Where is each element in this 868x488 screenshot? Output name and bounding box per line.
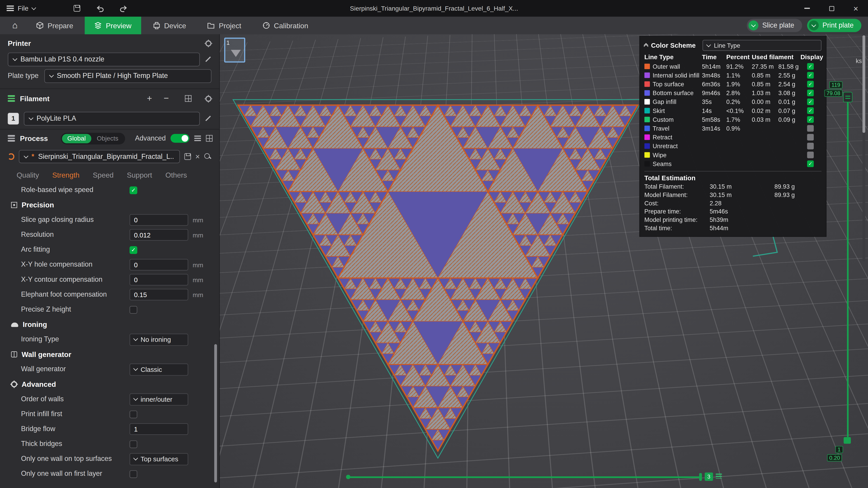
filament-slot-badge[interactable]: 1: [8, 112, 19, 124]
setting-checkbox[interactable]: ✓: [129, 246, 137, 254]
plate-thumbnail[interactable]: 1: [224, 38, 245, 63]
setting-dropdown[interactable]: Top surfaces: [129, 453, 188, 465]
setting-dropdown[interactable]: No ironing: [129, 333, 188, 346]
setting-input[interactable]: [129, 214, 188, 226]
maximize-button[interactable]: [819, 0, 844, 17]
total-row: Total Filament:30.15 m89.93 g: [645, 182, 822, 191]
display-checkbox[interactable]: ✓: [807, 116, 814, 123]
total-row: Total time:5h44m: [645, 223, 822, 232]
collapse-panel-icon[interactable]: [645, 45, 648, 47]
setting-checkbox[interactable]: [129, 470, 137, 478]
undo-icon: [96, 5, 105, 12]
setting-input[interactable]: [129, 274, 188, 285]
setting-input[interactable]: [129, 289, 188, 300]
setting-input[interactable]: [129, 423, 188, 435]
setting-input[interactable]: [129, 259, 188, 270]
minimize-button[interactable]: [795, 0, 819, 17]
filament-select[interactable]: PolyLite PLA: [24, 111, 200, 125]
move-step-list-icon[interactable]: [716, 474, 722, 479]
legend-weight: 0.07 g: [778, 107, 800, 114]
setting-dropdown[interactable]: inner/outer: [129, 393, 188, 405]
tab-support[interactable]: Support: [127, 171, 152, 179]
tab-calibration[interactable]: Calibration: [253, 17, 318, 34]
file-menu-button[interactable]: File: [0, 0, 41, 17]
setting-label: Print infill first: [21, 410, 129, 418]
redo-button[interactable]: [116, 0, 131, 17]
setting-row: Only one wall on first layer: [0, 466, 219, 481]
printer-settings-gear-icon[interactable]: [206, 40, 212, 46]
display-checkbox[interactable]: [807, 134, 814, 140]
setting-input[interactable]: [129, 229, 188, 240]
scope-global-button[interactable]: Global: [62, 133, 91, 143]
display-checkbox[interactable]: [807, 125, 814, 131]
compare-presets-icon[interactable]: [206, 135, 213, 142]
slice-dropdown-circle[interactable]: [748, 21, 758, 31]
display-checkbox[interactable]: ✓: [807, 72, 814, 78]
legend-row: Gap infill35s0.2%0.00 m0.01 g✓: [645, 97, 822, 106]
sidebar-scrollbar[interactable]: [214, 344, 217, 482]
remove-filament-button[interactable]: −: [164, 94, 169, 103]
save-button[interactable]: [70, 0, 84, 17]
tab-speed[interactable]: Speed: [93, 171, 114, 179]
slice-plate-button[interactable]: Slice plate: [747, 19, 802, 32]
display-checkbox[interactable]: ✓: [807, 160, 814, 167]
viewport-3d[interactable]: 1 Color Scheme Line Type Line Type Time …: [220, 34, 868, 488]
setting-dropdown[interactable]: Classic: [129, 363, 188, 376]
legend-rows: Outer wall5h14m91.2%27.35 m81.58 g✓Inter…: [645, 62, 822, 168]
close-button[interactable]: ×: [844, 0, 868, 17]
color-scheme-select[interactable]: Line Type: [702, 40, 822, 51]
undo-button[interactable]: [93, 0, 107, 17]
display-checkbox[interactable]: ✓: [807, 90, 814, 96]
color-swatch: [645, 152, 650, 158]
display-checkbox[interactable]: [807, 152, 814, 158]
tab-preview[interactable]: Preview: [85, 17, 141, 34]
display-checkbox[interactable]: ✓: [807, 107, 814, 114]
print-dropdown-circle[interactable]: [809, 21, 818, 31]
move-slider-track[interactable]: [349, 477, 702, 478]
print-plate-button[interactable]: Print plate: [807, 19, 862, 32]
layer-slider-track[interactable]: [847, 101, 848, 437]
advanced-toggle[interactable]: [170, 134, 189, 143]
display-checkbox[interactable]: ✓: [807, 63, 814, 70]
setting-checkbox[interactable]: [129, 306, 137, 313]
display-checkbox[interactable]: [807, 143, 814, 149]
flush-volumes-icon[interactable]: [185, 95, 191, 102]
tab-others[interactable]: Others: [165, 171, 187, 179]
slice-plate-label: Slice plate: [762, 22, 794, 29]
divider: [0, 129, 219, 129]
layer-slider-top-handle[interactable]: [843, 92, 852, 103]
right-scrollbar-thumb[interactable]: [863, 35, 865, 133]
setting-checkbox[interactable]: ✓: [129, 186, 137, 194]
search-settings-icon[interactable]: [204, 153, 212, 160]
chevron-down-icon: [24, 153, 29, 158]
move-slider-handle[interactable]: [699, 473, 702, 481]
setting-checkbox[interactable]: [129, 410, 137, 418]
tab-device[interactable]: Device: [143, 17, 195, 34]
tab-project[interactable]: Project: [198, 17, 251, 34]
edit-printer-icon[interactable]: [205, 56, 211, 62]
filament-settings-gear-icon[interactable]: [206, 95, 212, 101]
close-preset-icon[interactable]: ×: [195, 153, 200, 160]
parameter-list-icon[interactable]: [195, 136, 201, 141]
line-type-name: Top surface: [645, 81, 702, 88]
save-preset-icon[interactable]: [184, 153, 191, 160]
home-button[interactable]: ⌂: [5, 17, 24, 34]
reset-preset-icon[interactable]: [8, 153, 14, 160]
process-preset-select[interactable]: * Sierpinski_Triangular_Bipyramid_Fracta…: [19, 150, 180, 163]
tab-prepare[interactable]: Prepare: [27, 17, 83, 34]
setting-label: Only one wall on first layer: [21, 470, 129, 478]
printer-select[interactable]: Bambu Lab P1S 0.4 nozzle: [8, 52, 200, 66]
scope-objects-button[interactable]: Objects: [91, 135, 124, 142]
display-checkbox[interactable]: ✓: [807, 98, 814, 105]
display-checkbox[interactable]: ✓: [807, 81, 814, 88]
tab-strength[interactable]: Strength: [52, 171, 79, 179]
legend-row: Unretract: [645, 142, 822, 151]
add-filament-button[interactable]: +: [147, 94, 152, 103]
tab-quality[interactable]: Quality: [17, 171, 39, 179]
layer-slider-bottom-handle[interactable]: [844, 437, 851, 444]
legend-weight: 0.01 g: [778, 98, 800, 105]
setting-checkbox[interactable]: [129, 440, 137, 448]
settings-section-header: Wall generator: [0, 347, 219, 362]
plate-type-select[interactable]: Smooth PEI Plate / High Temp Plate: [44, 69, 212, 83]
edit-filament-icon[interactable]: [205, 115, 211, 122]
